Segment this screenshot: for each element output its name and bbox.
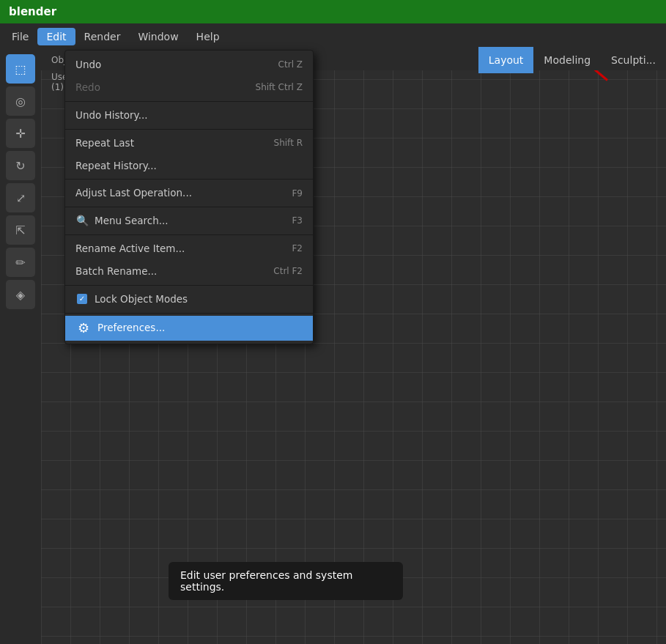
tool-cursor[interactable]: ◎: [6, 86, 35, 116]
adjust-last-shortcut: F9: [292, 188, 303, 200]
tab-modeling[interactable]: Modeling: [533, 47, 601, 73]
sep5: [65, 234, 313, 235]
left-toolbar: ⬚ ◎ ✛ ↻ ⤢ ⇱ ✏ ◈: [0, 50, 41, 644]
preferences-label: Preferences...: [97, 321, 165, 335]
menu-item-lock-object-modes[interactable]: ✓ Lock Object Modes: [65, 288, 313, 311]
lock-object-modes-label: Lock Object Modes: [95, 292, 188, 306]
lock-modes-checkbox: ✓: [75, 292, 89, 306]
sep6: [65, 285, 313, 286]
menu-item-undo-history[interactable]: Undo History...: [65, 104, 313, 127]
checkbox-checked-icon: ✓: [77, 294, 87, 304]
menu-item-repeat-last[interactable]: Repeat Last Shift R: [65, 132, 313, 155]
top-tabs: Layout Modeling Sculpti...: [478, 47, 666, 73]
tooltip-text: Edit user preferences and system setting…: [180, 569, 352, 593]
adjust-last-label: Adjust Last Operation...: [75, 186, 192, 200]
redo-shortcut: Shift Ctrl Z: [256, 81, 303, 94]
repeat-last-label: Repeat Last: [75, 136, 134, 150]
tab-layout[interactable]: Layout: [478, 47, 534, 73]
menu-item-rename-active[interactable]: Rename Active Item... F2: [65, 237, 313, 260]
menu-item-adjust-last[interactable]: Adjust Last Operation... F9: [65, 182, 313, 204]
repeat-history-label: Repeat History...: [75, 159, 157, 173]
tool-transform[interactable]: ⇱: [6, 215, 35, 245]
menu-item-preferences[interactable]: ⚙ Preferences...: [65, 316, 313, 341]
repeat-last-shortcut: Shift R: [274, 137, 303, 149]
rename-active-label: Rename Active Item...: [75, 242, 185, 256]
sep2: [65, 129, 313, 130]
sep4: [65, 207, 313, 207]
sep1: [65, 101, 313, 102]
menu-item-search[interactable]: 🔍 Menu Search... F3: [65, 210, 313, 232]
tool-annotate[interactable]: ✏: [6, 248, 35, 277]
menu-search-shortcut: F3: [292, 215, 303, 227]
tool-scale[interactable]: ⤢: [6, 183, 35, 212]
undo-label: Undo: [75, 58, 101, 72]
tool-move[interactable]: ✛: [6, 119, 35, 148]
search-icon: 🔍: [75, 215, 89, 228]
menu-window[interactable]: Window: [129, 28, 187, 45]
edit-dropdown-menu: Undo Ctrl Z Redo Shift Ctrl Z Undo Histo…: [64, 50, 314, 344]
menu-item-repeat-history[interactable]: Repeat History...: [65, 155, 313, 177]
tool-select[interactable]: ⬚: [6, 54, 35, 84]
rename-active-shortcut: F2: [292, 243, 303, 255]
batch-rename-shortcut: Ctrl F2: [273, 265, 303, 278]
tool-measure[interactable]: ◈: [6, 280, 35, 309]
menu-file[interactable]: File: [3, 28, 37, 45]
menu-item-redo[interactable]: Redo Shift Ctrl Z: [65, 76, 313, 99]
app-title: blender: [9, 5, 56, 18]
menu-search-label: Menu Search...: [95, 214, 169, 228]
menu-item-undo[interactable]: Undo Ctrl Z: [65, 53, 313, 76]
title-bar: blender: [0, 0, 666, 23]
undo-history-label: Undo History...: [75, 108, 148, 122]
tool-rotate[interactable]: ↻: [6, 151, 35, 180]
menu-help[interactable]: Help: [188, 28, 229, 45]
menu-render[interactable]: Render: [75, 28, 130, 45]
batch-rename-label: Batch Rename...: [75, 264, 157, 278]
gear-icon: ⚙: [75, 320, 92, 336]
redo-label: Redo: [75, 81, 100, 95]
menu-edit[interactable]: Edit: [37, 28, 75, 45]
undo-shortcut: Ctrl Z: [278, 59, 303, 71]
menu-bar: File Edit Render Window Help Layout Mode…: [0, 23, 666, 50]
tooltip: Edit user preferences and system setting…: [169, 562, 403, 600]
sep7: [65, 313, 313, 314]
sep3: [65, 179, 313, 179]
tab-sculpt[interactable]: Sculpti...: [601, 47, 666, 73]
menu-item-batch-rename[interactable]: Batch Rename... Ctrl F2: [65, 260, 313, 283]
